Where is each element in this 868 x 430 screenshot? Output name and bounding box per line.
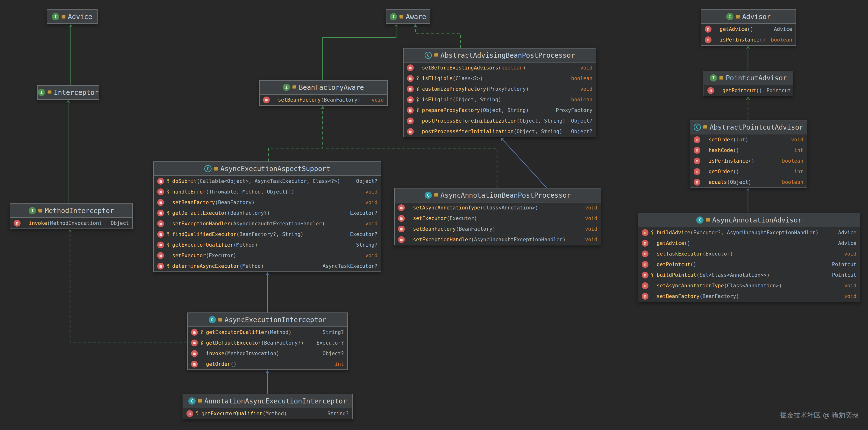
class-node-advice[interactable]: I Advice <box>46 9 98 24</box>
method-row[interactable]: mgetOrder()int <box>690 166 807 177</box>
method-row[interactable]: mdoSubmit(Callable<Object>, AsyncTaskExe… <box>154 176 381 187</box>
class-node-async-annotation-advisor[interactable]: C AsyncAnnotationAdvisor mbuildAdvice(Ex… <box>638 213 860 302</box>
class-header[interactable]: C AsyncAnnotationBeanPostProcessor <box>395 189 601 202</box>
method-row[interactable]: mhandleError(Throwable, Method, Object[]… <box>154 187 381 197</box>
method-row[interactable]: mgetDefaultExecutor(BeanFactory?)Executo… <box>154 208 381 219</box>
method-row[interactable]: mgetAdvice()Advice <box>638 238 860 249</box>
method-row[interactable]: mhashCode()int <box>690 145 807 156</box>
class-title: AsyncExecutionInterceptor <box>225 316 326 324</box>
method-row[interactable]: mgetOrder()int <box>188 359 347 369</box>
class-node-async-annotation-bean-post-processor[interactable]: C AsyncAnnotationBeanPostProcessor msetA… <box>394 188 601 245</box>
class-header[interactable]: C AnnotationAsyncExecutionInterceptor <box>183 394 352 408</box>
method-row[interactable]: mgetExecutorQualifier(Method)String? <box>183 408 352 419</box>
visibility-placeholder <box>271 97 277 103</box>
class-title: AsyncAnnotationAdvisor <box>712 216 802 224</box>
method-row[interactable]: mgetPointcut()Pointcut <box>704 85 793 96</box>
class-title: Interceptor <box>54 89 98 97</box>
protected-key-icon <box>415 86 421 92</box>
class-header[interactable]: I Aware <box>386 10 430 24</box>
class-header[interactable]: C AbstractAdvisingBeanPostProcessor <box>404 48 596 62</box>
method-row[interactable]: mbuildPointcut(Set<Class<Annotation>>)Po… <box>638 270 860 280</box>
class-node-pointcut-advisor[interactable]: I PointcutAdvisor mgetPointcut()Pointcut <box>704 71 793 96</box>
scope-icon <box>214 167 218 171</box>
class-node-aware[interactable]: I Aware <box>386 9 430 24</box>
method-row[interactable]: mprepareProxyFactory(Object, String)Prox… <box>404 105 596 115</box>
method-signature: setBeanFactory(BeanFactory) <box>413 226 495 232</box>
class-header[interactable]: I MethodInterceptor <box>10 204 132 218</box>
protected-key-icon <box>415 107 421 113</box>
method-row[interactable]: minvoke(MethodInvocation)Object? <box>188 348 347 359</box>
method-row[interactable]: msetBeanFactory(BeanFactory)void <box>638 291 860 302</box>
method-row[interactable]: msetBeanFactory(BeanFactory)void <box>154 197 381 208</box>
class-node-abstract-pointcut-advisor[interactable]: C AbstractPointcutAdvisor msetOrder(int)… <box>690 120 807 188</box>
class-node-async-execution-interceptor[interactable]: C AsyncExecutionInterceptor mgetExecutor… <box>187 312 348 370</box>
method-return-type: void <box>576 65 592 71</box>
uml-diagram-canvas[interactable]: { "diagram": { "watermark": "掘金技术社区 @ 猎豹… <box>0 0 868 430</box>
method-row[interactable]: mpostProcessAfterInitialization(Object, … <box>404 126 596 137</box>
visibility-placeholder <box>415 118 421 124</box>
method-row[interactable]: mgetExecutorQualifier(Method)String? <box>188 327 347 338</box>
method-return-type: boolean <box>777 158 803 164</box>
method-row[interactable]: mpostProcessBeforeInitialization(Object,… <box>404 115 596 126</box>
method-row[interactable]: misPerInstance()boolean <box>690 156 807 166</box>
method-signature: getPointcut() <box>722 88 762 93</box>
method-row[interactable]: mgetAdvice()Advice <box>701 24 796 34</box>
class-header[interactable]: I Interceptor <box>38 86 99 99</box>
method-signature: isEligible(Class<?>) <box>422 75 483 81</box>
abstract-class-icon: C <box>694 124 701 131</box>
class-node-interceptor[interactable]: I Interceptor <box>37 85 99 100</box>
method-row[interactable]: mcustomizeProxyFactory(ProxyFactory)void <box>404 84 596 94</box>
method-icon: m <box>407 118 414 124</box>
method-row[interactable]: misPerInstance()boolean <box>701 34 796 45</box>
method-row[interactable]: mgetExecutorQualifier(Method)String? <box>154 240 381 250</box>
method-row[interactable]: msetAsyncAnnotationType(Class<Annotation… <box>395 202 601 213</box>
edge-async-annotation-bpp-extends-abstract-advising-bpp <box>501 138 547 188</box>
method-return-type: void <box>367 97 384 103</box>
method-return-type: void <box>786 137 803 143</box>
class-header[interactable]: I BeanFactoryAware <box>260 80 387 94</box>
method-row[interactable]: minvoke(MethodInvocation)Object <box>10 218 132 229</box>
method-row[interactable]: mbuildAdvice(Executor?, AsyncUncaughtExc… <box>638 227 860 238</box>
method-row[interactable]: msetOrder(int)void <box>690 134 807 145</box>
method-row[interactable]: msetBeforeExistingAdvisors(boolean)void <box>404 63 596 73</box>
method-row[interactable]: msetExecutor(Executor)void <box>154 250 381 261</box>
class-node-bean-factory-aware[interactable]: I BeanFactoryAware msetBeanFactory(BeanF… <box>259 80 388 106</box>
method-row[interactable]: mfindQualifiedExecutor(BeanFactory?, Str… <box>154 229 381 240</box>
method-return-type: void <box>581 216 597 221</box>
class-header[interactable]: C AsyncExecutionInterceptor <box>188 313 347 327</box>
method-row[interactable]: mequals(Object)boolean <box>690 177 807 188</box>
method-row[interactable]: msetBeanFactory(BeanFactory)void <box>260 95 387 105</box>
class-node-async-execution-aspect-support[interactable]: C AsyncExecutionAspectSupport mdoSubmit(… <box>153 161 381 272</box>
method-icon: m <box>191 339 198 346</box>
class-node-advisor[interactable]: I Advisor mgetAdvice()AdvicemisPerInstan… <box>701 9 796 45</box>
class-header[interactable]: I Advice <box>47 10 97 24</box>
method-row[interactable]: msetExecutor(Executor)void <box>395 213 601 224</box>
method-row[interactable]: msetTaskExecutor(Executor)void <box>638 249 860 259</box>
class-header[interactable]: C AsyncExecutionAspectSupport <box>154 162 381 175</box>
method-row[interactable]: msetExceptionHandler(AsyncUncaughtExcept… <box>154 219 381 229</box>
class-node-annotation-async-execution-interceptor[interactable]: C AnnotationAsyncExecutionInterceptor mg… <box>183 394 352 419</box>
method-row[interactable]: msetExceptionHandler(AsyncUncaughtExcept… <box>395 234 601 245</box>
method-row[interactable]: msetAsyncAnnotationType(Class<Annotation… <box>638 280 860 291</box>
edge-bean-factory-aware-extends-aware <box>323 25 396 80</box>
method-row[interactable]: mdetermineAsyncExecutor(Method)AsyncTask… <box>154 261 381 271</box>
method-return-type: Advice <box>834 240 857 246</box>
class-header[interactable]: C AbstractPointcutAdvisor <box>690 121 807 134</box>
class-node-abstract-advising-bean-post-processor[interactable]: C AbstractAdvisingBeanPostProcessor mset… <box>403 48 596 137</box>
method-signature: setBeanFactory(BeanFactory) <box>172 200 254 205</box>
class-header[interactable]: C AsyncAnnotationAdvisor <box>638 213 860 227</box>
class-header[interactable]: I PointcutAdvisor <box>704 71 793 85</box>
method-row[interactable]: misEligible(Object, String)boolean <box>404 94 596 105</box>
scope-icon <box>48 91 52 94</box>
method-row[interactable]: mgetPointcut()Pointcut <box>638 259 860 270</box>
method-return-type: Executor? <box>346 210 377 216</box>
class-title: Advice <box>68 13 92 21</box>
method-return-type: Object? <box>352 178 377 184</box>
class-header[interactable]: I Advisor <box>701 10 796 24</box>
method-row[interactable]: misEligible(Class<?>)boolean <box>404 73 596 84</box>
method-return-type: int <box>790 169 803 174</box>
method-signature: setExceptionHandler(AsyncUncaughtExcepti… <box>413 237 566 242</box>
method-row[interactable]: mgetDefaultExecutor(BeanFactory?)Executo… <box>188 338 347 348</box>
class-node-method-interceptor[interactable]: I MethodInterceptor minvoke(MethodInvoca… <box>10 203 133 229</box>
method-row[interactable]: msetBeanFactory(BeanFactory)void <box>395 224 601 234</box>
